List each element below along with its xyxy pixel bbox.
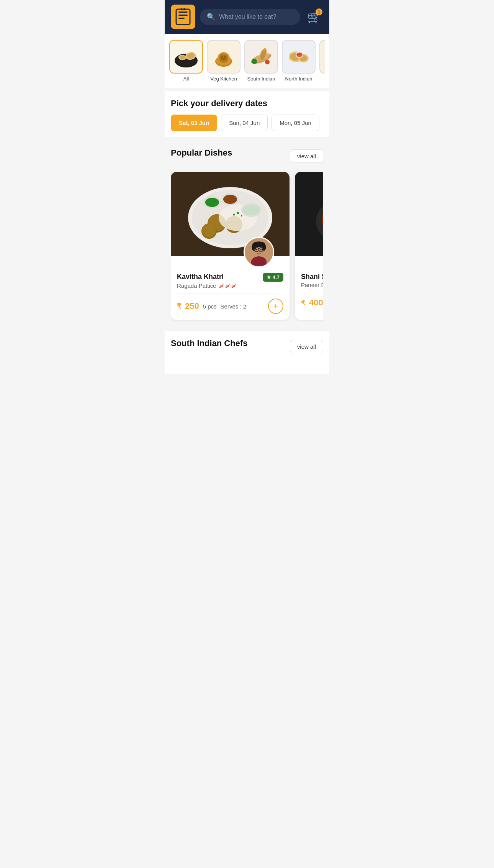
svg-point-69 (262, 244, 266, 251)
category-img-north (282, 40, 316, 74)
price-row-0: ₹ 250 5 pcs Serves : 2 + (177, 299, 283, 314)
rating-badge-0: ★ 4.7 (263, 273, 283, 282)
svg-point-27 (265, 60, 270, 64)
price-value-0: 250 (185, 301, 199, 311)
search-bar[interactable]: 🔍 What you like to eat? (200, 9, 300, 25)
south-chefs-section: South Indian Chefs view all (165, 331, 329, 374)
svg-point-17 (221, 56, 223, 58)
category-img-all (169, 40, 203, 74)
svg-point-26 (252, 59, 257, 64)
south-chefs-header: South Indian Chefs view all (171, 338, 323, 354)
category-label-north: North Indian (285, 76, 312, 82)
south-chefs-title: South Indian Chefs (171, 338, 247, 348)
date-scroll: Sat, 03 Jun Sun, 04 Jun Mon, 05 Jun Tue,… (171, 115, 323, 131)
category-scroll: All Veg Kitchen (169, 40, 325, 82)
category-item-all[interactable]: All (169, 40, 203, 82)
chef-name-1: Shani Singh (301, 273, 323, 281)
chili-icon-3: 🌶 (231, 283, 236, 289)
chef-name-0: Kavitha Khatri (177, 273, 224, 281)
price-row-1: ₹ 400 50... (301, 298, 323, 308)
chef-avatar-0 (244, 237, 274, 267)
svg-point-57 (202, 223, 216, 237)
dish-name-1: Paneer Butte... (301, 282, 323, 288)
popular-header: Popular Dishes view all (171, 148, 323, 164)
svg-rect-1 (178, 11, 188, 13)
svg-point-51 (223, 195, 237, 204)
currency-symbol-1: ₹ (301, 299, 305, 307)
delivery-section: Pick your delivery dates Sat, 03 Jun Sun… (165, 91, 329, 137)
header: 🔍 What you like to eat? 🛒 1 (165, 0, 329, 34)
date-chip-0[interactable]: Sat, 03 Jun (171, 115, 217, 131)
chef-rating-row-1: Shani Singh (301, 273, 323, 281)
popular-title: Popular Dishes (171, 148, 232, 158)
svg-point-75 (258, 250, 260, 253)
price-value-1: 400 (309, 298, 323, 308)
category-item-south[interactable]: South Indian (244, 40, 278, 82)
svg-point-18 (224, 56, 226, 58)
dishes-scroll: Kavitha Khatri ★ 4.7 Ragada Pattice 🌶 🌶 … (171, 172, 323, 322)
search-icon: 🔍 (207, 13, 215, 21)
svg-point-73 (256, 249, 258, 251)
category-img-south (244, 40, 278, 74)
delivery-title: Pick your delivery dates (171, 98, 323, 108)
svg-point-63 (233, 214, 235, 216)
rating-value-0: 4.7 (273, 274, 280, 280)
svg-point-62 (241, 215, 242, 217)
date-chip-1[interactable]: Sun, 04 Jun (221, 115, 268, 131)
category-section: All Veg Kitchen (165, 34, 329, 88)
search-placeholder: What you like to eat? (219, 13, 276, 20)
category-label-veg: Veg Kitchen (210, 76, 237, 82)
dish-image-0 (171, 172, 290, 256)
svg-point-49 (205, 198, 219, 207)
add-to-cart-button-0[interactable]: + (268, 299, 283, 314)
category-img-biryani (319, 40, 325, 74)
category-item-veg[interactable]: Veg Kitchen (207, 40, 240, 82)
date-chip-2[interactable]: Mon, 05 Jun (272, 115, 319, 131)
app-logo (171, 5, 195, 29)
svg-point-35 (299, 54, 301, 55)
svg-point-20 (221, 58, 222, 60)
svg-point-65 (251, 256, 267, 267)
category-img-veg (207, 40, 240, 74)
svg-point-68 (252, 244, 256, 251)
south-chefs-view-all-button[interactable]: view all (290, 340, 323, 353)
dish-info-1: Shani Singh Paneer Butte... ₹ 400 50... (295, 256, 323, 314)
dish-name-row-0: Ragada Pattice 🌶 🌶 🌶 (177, 282, 283, 289)
category-label-all: All (183, 76, 189, 82)
dish-image-1 (295, 172, 323, 256)
currency-symbol-0: ₹ (177, 302, 181, 310)
chef-rating-row-0: Kavitha Khatri ★ 4.7 (177, 273, 283, 282)
dish-name-row-1: Paneer Butte... (301, 282, 323, 288)
svg-rect-3 (178, 18, 185, 19)
svg-point-61 (237, 212, 239, 214)
cart-button[interactable]: 🛒 1 (305, 8, 323, 26)
svg-point-21 (225, 58, 227, 60)
dish-divider-0 (177, 294, 283, 294)
svg-point-74 (260, 249, 262, 251)
popular-section: Popular Dishes view all (165, 140, 329, 328)
svg-point-34 (297, 54, 299, 55)
star-icon-0: ★ (267, 274, 271, 280)
popular-view-all-button[interactable]: view all (290, 149, 323, 163)
dish-divider-1 (301, 293, 323, 293)
svg-rect-2 (178, 15, 188, 16)
dish-info-0: Kavitha Khatri ★ 4.7 Ragada Pattice 🌶 🌶 … (171, 256, 290, 320)
dish-card-1: Shani Singh Paneer Butte... ₹ 400 50... (295, 172, 323, 320)
dish-card-0: Kavitha Khatri ★ 4.7 Ragada Pattice 🌶 🌶 … (171, 172, 290, 320)
category-item-biryani[interactable]: Biryc... (319, 40, 325, 82)
chili-icon-1: 🌶 (219, 283, 224, 289)
dish-name-0: Ragada Pattice (177, 282, 216, 289)
chili-icon-2: 🌶 (225, 283, 230, 289)
cart-count-badge: 1 (316, 8, 322, 15)
svg-point-60 (243, 205, 260, 215)
category-item-north[interactable]: North Indian (282, 40, 316, 82)
piece-count-0: 5 pcs (203, 303, 217, 310)
category-label-south: South Indian (247, 76, 275, 82)
svg-point-19 (222, 58, 225, 60)
serves-text-0: Serves : 2 (221, 303, 264, 310)
spice-icons-0: 🌶 🌶 🌶 (219, 283, 236, 289)
